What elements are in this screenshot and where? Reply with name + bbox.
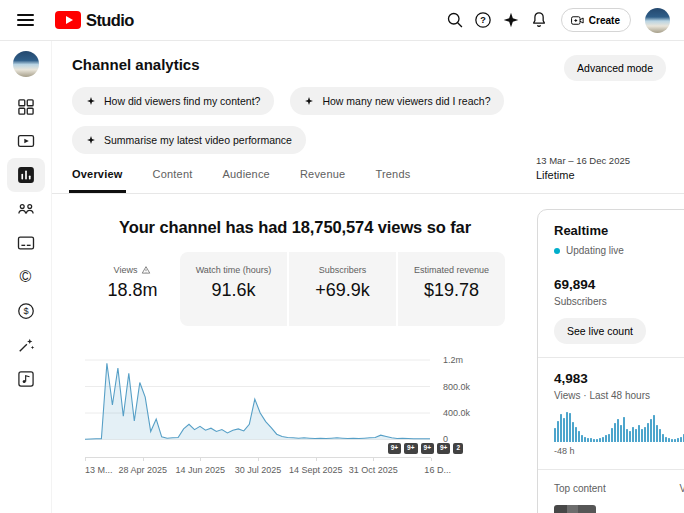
x-tick [200,458,201,461]
views-column-header: Views [680,483,684,494]
menu-icon[interactable] [17,14,34,26]
chip-how-many-new-viewers[interactable]: How many new viewers did I reach? [290,87,504,115]
x-tick [431,458,432,461]
metric-label: Estimated revenue [414,265,489,275]
y-tick-label: 800.0k [443,382,470,392]
date-range-picker[interactable]: 13 Mar – 16 Dec 2025 Lifetime [536,155,630,181]
top-content-row[interactable]: #automobile ... 3,55 [554,505,684,513]
ai-suggestion-chips: How did viewers find my content? How man… [52,73,684,154]
svg-text:?: ? [480,15,486,25]
realtime-bar [569,413,571,442]
chip-how-did-viewers-find[interactable]: How did viewers find my content? [72,87,274,115]
realtime-bar [662,434,664,442]
realtime-bar [587,438,589,442]
sidebar-item-content[interactable] [7,124,45,158]
sidebar-item-dashboard[interactable] [7,90,45,124]
tab-revenue[interactable]: Revenue [300,168,345,193]
search-icon[interactable] [443,8,467,32]
realtime-bar [659,429,661,442]
realtime-bar [641,429,643,442]
realtime-bar [650,419,652,442]
see-live-count-button[interactable]: See live count [554,318,646,344]
realtime-title: Realtime [554,223,684,238]
metric-views[interactable]: Views 18.8m [85,252,180,326]
x-tick [258,458,259,461]
date-range-mode: Lifetime [536,169,630,181]
divider [538,469,684,470]
create-button[interactable]: Create [561,8,631,32]
realtime-bar [554,428,556,442]
realtime-bar-chart[interactable] [554,412,684,442]
youtube-studio-logo[interactable]: Studio [55,11,134,30]
date-range-text: 13 Mar – 16 Dec 2025 [536,155,630,166]
sidebar-item-audio-library[interactable] [7,362,45,396]
realtime-bar [599,438,601,442]
subtitles-icon [16,233,36,253]
analytics-icon [16,165,36,185]
ai-sparkle-icon[interactable] [499,8,523,32]
sidebar-item-community[interactable] [7,192,45,226]
x-tick [143,458,144,461]
realtime-bar [629,431,631,442]
x-tick-label: 28 Apr 2025 [118,465,167,475]
realtime-bar [593,439,595,442]
realtime-bar [653,415,655,442]
video-marker-badge[interactable]: 9+ [421,443,434,454]
top-content-header-row: Top content Views [554,483,684,494]
realtime-bar [566,412,568,442]
video-marker-badges: 9+ 9+ 9+ 9+ 2 [85,443,463,454]
realtime-bar [557,421,559,442]
chip-label: How did viewers find my content? [104,95,260,107]
customisation-wand-icon [16,335,36,355]
metric-subscribers[interactable]: Subscribers +69.9k [287,252,396,326]
realtime-bar [620,425,622,442]
x-tick [316,458,317,461]
create-button-label: Create [589,15,620,26]
sidebar-item-analytics[interactable] [7,158,45,192]
tab-audience[interactable]: Audience [222,168,269,193]
x-tick-label: 13 M... [85,465,113,475]
realtime-bar [596,439,598,442]
sidebar-item-copyright[interactable]: © [7,260,45,294]
x-axis-labels: 13 M...28 Apr 202514 Jun 202530 Jul 2025… [85,465,431,477]
video-marker-badge[interactable]: 9+ [388,443,401,454]
x-tick-label: 16 D... [424,465,451,475]
metric-group: Watch time (hours) 91.6k Subscribers +69… [180,252,505,326]
create-camera-icon [570,13,585,28]
y-tick-label: 1.2m [443,355,463,365]
account-avatar[interactable] [645,8,670,33]
metric-estimated-revenue[interactable]: Estimated revenue $19.78 [396,252,505,326]
svg-text:$: $ [23,306,28,316]
video-marker-badge[interactable]: 2 [453,443,463,454]
realtime-views-value: 4,983 [554,371,684,386]
advanced-mode-button[interactable]: Advanced mode [564,55,666,81]
tabs-zone: Overview Content Audience Revenue Trends… [72,154,684,193]
realtime-bar [647,423,649,442]
metric-label: Views [114,265,138,275]
channel-avatar[interactable] [13,51,39,77]
realtime-bar [581,435,583,442]
realtime-bar [671,439,673,442]
help-icon[interactable]: ? [471,8,495,32]
chip-summarise-latest-video[interactable]: Summarise my latest video performance [72,126,306,154]
tab-overview[interactable]: Overview [72,168,123,193]
realtime-bar [608,434,610,442]
tab-content[interactable]: Content [153,168,193,193]
tab-trends[interactable]: Trends [375,168,410,193]
x-tick-label: 31 Oct 2025 [349,465,398,475]
video-marker-badge[interactable]: 9+ [404,443,417,454]
dashboard-icon [16,97,36,117]
sidebar-item-earn[interactable]: $ [7,294,45,328]
topbar: Studio ? Create [0,0,684,41]
metric-watch-time[interactable]: Watch time (hours) 91.6k [180,252,287,326]
youtube-studio-app: Studio ? Create [0,0,684,513]
sidebar-item-subtitles[interactable] [7,226,45,260]
video-marker-badge[interactable]: 9+ [437,443,450,454]
sidebar-item-customisation[interactable] [7,328,45,362]
community-icon [16,199,36,219]
notifications-bell-icon[interactable] [527,8,551,32]
realtime-bar [674,439,676,442]
views-chart-plot [85,356,430,440]
metric-value: +69.9k [315,280,370,301]
views-chart[interactable]: 1.2m800.0k400.0k0 9+ 9+ 9+ 9+ 2 13 M...2… [85,356,525,477]
